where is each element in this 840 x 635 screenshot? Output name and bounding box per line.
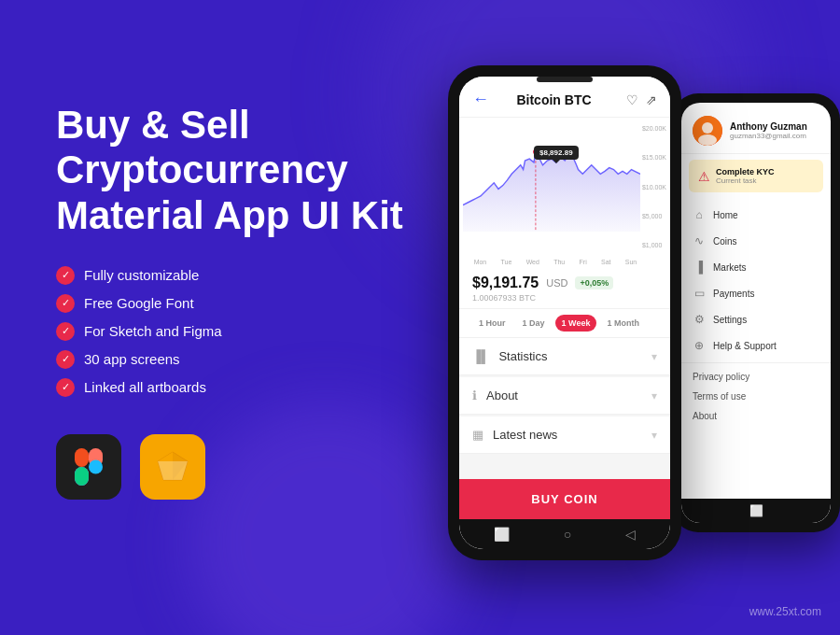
feature-item-5: ✓ Linked all artboards [56, 378, 411, 397]
svg-rect-4 [75, 467, 89, 486]
phone-notch [537, 77, 593, 82]
about-label: About [486, 388, 642, 402]
back-nav-button[interactable]: ◁ [625, 527, 636, 542]
privacy-policy-link[interactable]: Privacy policy [681, 367, 831, 387]
phone-screen: ← Bitcoin BTC ♡ ⇗ $20.00K $15.00K $10.00… [459, 77, 670, 549]
nav-coins[interactable]: ∿ Coins [681, 228, 831, 254]
coins-nav-icon: ∿ [693, 234, 706, 247]
price-section: $9,191.75 USD +0,05% 1.00067933 BTC [459, 267, 670, 309]
sketch-logo [154, 448, 191, 486]
about-link[interactable]: About [681, 406, 831, 426]
check-icon-2: ✓ [56, 294, 75, 313]
accordion-statistics[interactable]: ▐▌ Statistics ▾ [459, 338, 670, 375]
side-phone: Anthony Guzman guzman33@gmail.com ⚠ Comp… [672, 93, 840, 532]
app-header-title: Bitcoin BTC [497, 92, 611, 107]
buy-coin-button[interactable]: BUY COIN [459, 479, 670, 519]
features-list: ✓ Fully customizable ✓ Free Google Font … [56, 266, 411, 397]
settings-nav-icon: ⚙ [693, 313, 706, 326]
nav-home[interactable]: ⌂ Home [681, 202, 831, 228]
back-nav-side[interactable]: ⬜ [749, 504, 763, 517]
side-bottom-bar: ⬜ [681, 499, 831, 523]
check-icon-4: ✓ [56, 350, 75, 369]
news-icon: ▦ [472, 428, 483, 442]
side-screen: Anthony Guzman guzman33@gmail.com ⚠ Comp… [681, 103, 831, 523]
recent-apps-button[interactable]: ⬜ [494, 527, 510, 542]
markets-nav-icon: ▐ [693, 261, 706, 274]
side-header: Anthony Guzman guzman33@gmail.com [681, 103, 831, 154]
price-currency: USD [546, 277, 567, 289]
time-filter: 1 Hour 1 Day 1 Week 1 Month [459, 309, 670, 338]
kyc-text: Complete KYC Current task [716, 167, 814, 185]
check-icon-3: ✓ [56, 322, 75, 341]
left-content: Buy & Sell Cryptocurrency Material App U… [56, 103, 411, 500]
terms-link[interactable]: Terms of use [681, 387, 831, 406]
watermark: www.25xt.com [749, 605, 821, 618]
statistics-chevron: ▾ [651, 350, 657, 363]
main-phone: ← Bitcoin BTC ♡ ⇗ $20.00K $15.00K $10.00… [448, 65, 681, 560]
home-button[interactable]: ○ [564, 527, 571, 542]
svg-point-12 [702, 122, 713, 134]
chart-x-labels: Mon Tue Wed Thu Fri Sat Sun [459, 259, 670, 265]
svg-rect-0 [75, 448, 89, 467]
kyc-title: Complete KYC [716, 167, 814, 176]
back-button[interactable]: ← [472, 90, 489, 109]
accordion-about[interactable]: ℹ About ▾ [459, 377, 670, 415]
feature-item-3: ✓ For Sketch and Figma [56, 322, 411, 341]
nav-divider [681, 362, 831, 363]
kyc-warning-icon: ⚠ [698, 169, 710, 184]
nav-markets[interactable]: ▐ Markets [681, 254, 831, 280]
accordion-news[interactable]: ▦ Latest news ▾ [459, 416, 670, 454]
header-icons: ♡ ⇗ [626, 92, 657, 107]
nav-help[interactable]: ⊕ Help & Support [681, 332, 831, 359]
statistics-icon: ▐▌ [472, 349, 489, 363]
main-title: Buy & Sell Cryptocurrency Material App U… [56, 103, 411, 238]
feature-item-2: ✓ Free Google Font [56, 294, 411, 313]
chart-area: $20.00K $15.00K $10.00K $5,000 $1,000 [459, 118, 670, 267]
kyc-banner[interactable]: ⚠ Complete KYC Current task [689, 160, 823, 192]
chart-y-labels: $20.00K $15.00K $10.00K $5,000 $1,000 [642, 125, 666, 248]
side-nav: ⌂ Home ∿ Coins ▐ Markets ▭ Payments ⚙ Se… [681, 198, 831, 499]
home-nav-icon: ⌂ [693, 208, 706, 221]
about-chevron: ▾ [651, 389, 657, 402]
nav-payments[interactable]: ▭ Payments [681, 280, 831, 306]
chart-tooltip: $8,892.89 [534, 146, 579, 160]
share-icon[interactable]: ⇗ [646, 92, 657, 107]
svg-point-13 [698, 134, 717, 146]
accordion-section: ▐▌ Statistics ▾ ℹ About ▾ ▦ Latest news … [459, 338, 670, 479]
filter-1month[interactable]: 1 Month [600, 315, 646, 332]
figma-logo [75, 448, 103, 486]
news-chevron: ▾ [651, 429, 657, 442]
feature-item-1: ✓ Fully customizable [56, 266, 411, 285]
about-icon: ℹ [472, 388, 477, 402]
phone-bottom-bar: ⬜ ○ ◁ [459, 519, 670, 549]
payments-nav-icon: ▭ [693, 287, 706, 300]
avatar-image [693, 116, 722, 146]
filter-1week[interactable]: 1 Week [555, 315, 597, 332]
user-info: Anthony Guzman guzman33@gmail.com [730, 121, 819, 140]
user-email: guzman33@gmail.com [730, 132, 819, 140]
check-icon-1: ✓ [56, 266, 75, 285]
filter-1hour[interactable]: 1 Hour [472, 315, 512, 332]
sketch-icon-box [140, 434, 205, 500]
check-icon-5: ✓ [56, 378, 75, 397]
price-btc: 1.00067933 BTC [472, 293, 657, 303]
news-label: Latest news [493, 428, 642, 442]
tool-icons [56, 434, 411, 500]
svg-point-3 [89, 459, 103, 473]
user-name: Anthony Guzman [730, 121, 819, 132]
kyc-subtitle: Current task [716, 176, 814, 185]
heart-icon[interactable]: ♡ [626, 92, 638, 107]
user-avatar [693, 116, 722, 146]
nav-settings[interactable]: ⚙ Settings [681, 306, 831, 332]
price-chart [463, 125, 640, 232]
statistics-label: Statistics [498, 349, 642, 363]
feature-item-4: ✓ 30 app screens [56, 350, 411, 369]
price-value: $9,191.75 [472, 275, 539, 291]
figma-icon-box [56, 434, 121, 500]
price-change-badge: +0,05% [575, 276, 613, 289]
price-row: $9,191.75 USD +0,05% [472, 275, 657, 291]
filter-1day[interactable]: 1 Day [516, 315, 552, 332]
app-header: ← Bitcoin BTC ♡ ⇗ [459, 77, 670, 118]
help-nav-icon: ⊕ [693, 339, 706, 352]
